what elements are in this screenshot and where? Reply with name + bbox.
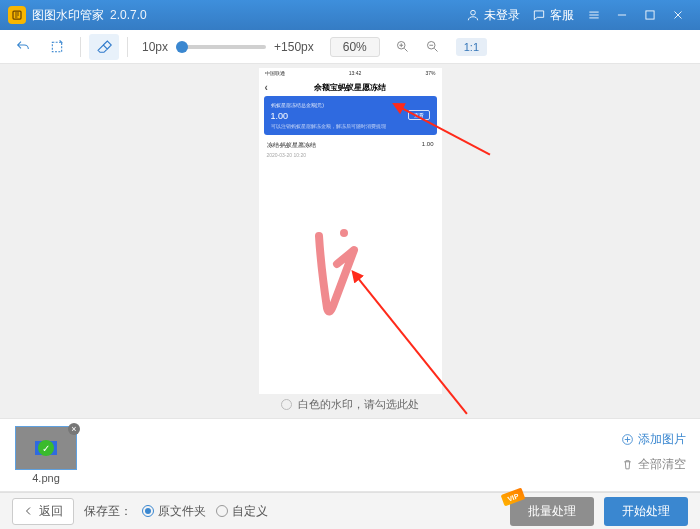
undo-button[interactable]	[8, 34, 38, 60]
phone-statusbar: 中国联通 13:42 37%	[259, 68, 442, 78]
batch-process-button[interactable]: VIP 批量处理	[510, 497, 594, 526]
maximize-icon[interactable]	[636, 0, 664, 30]
minimize-icon[interactable]	[608, 0, 636, 30]
card-subtitle: 蚂蚁星愿冻结总金额(元)	[271, 102, 430, 108]
status-battery: 37%	[425, 70, 435, 76]
clear-all-label: 全部清空	[638, 456, 686, 473]
phone-nav: ‹ 余额宝蚂蚁星愿冻结	[259, 78, 442, 96]
entry-date: 2020-03-20 10:20	[267, 152, 317, 158]
support-label: 客服	[550, 7, 574, 24]
phone-entry: 冻结-蚂蚁星愿冻结 2020-03-20 10:20 1.00	[259, 135, 442, 164]
back-button[interactable]: 返回	[12, 498, 74, 525]
save-to-label: 保存至：	[84, 503, 132, 520]
white-watermark-option[interactable]: 白色的水印，请勾选此处	[281, 397, 419, 412]
phone-card: 蚂蚁星愿冻结总金额(元) 1.00 可以注销蚂蚁星愿解冻金额，解冻后可随时消费提…	[264, 96, 437, 135]
preview-image[interactable]: 中国联通 13:42 37% ‹ 余额宝蚂蚁星愿冻结 蚂蚁星愿冻结总金额(元) …	[259, 68, 442, 394]
save-original-option[interactable]: 原文件夹	[142, 503, 206, 520]
app-title: 图图水印管家	[32, 7, 104, 24]
footer: 返回 保存至： 原文件夹 自定义 VIP 批量处理 开始处理	[0, 492, 700, 529]
titlebar: 图图水印管家 2.0.7.0 未登录 客服	[0, 0, 700, 30]
app-logo	[8, 6, 26, 24]
eraser-button[interactable]	[89, 34, 119, 60]
status-carrier: 中国联通	[265, 70, 285, 76]
phone-nav-title: 余额宝蚂蚁星愿冻结	[314, 82, 386, 93]
toolbar: 10px +150px 60% 1:1	[0, 30, 700, 64]
phone-back-icon: ‹	[265, 82, 268, 93]
add-image-button[interactable]: 添加图片	[621, 431, 686, 448]
back-label: 返回	[39, 503, 63, 520]
ratio-button[interactable]: 1:1	[456, 38, 487, 56]
opt-original-label: 原文件夹	[158, 503, 206, 520]
menu-icon[interactable]	[580, 0, 608, 30]
thumb-actions: 添加图片 全部清空	[621, 431, 686, 481]
svg-rect-2	[646, 11, 654, 19]
app-version: 2.0.7.0	[110, 8, 147, 22]
svg-rect-3	[52, 42, 61, 51]
white-watermark-radio[interactable]	[281, 399, 292, 410]
add-image-label: 添加图片	[638, 431, 686, 448]
card-amount: 1.00	[271, 111, 430, 121]
thumbnail-image[interactable]: ✓ ×	[15, 426, 77, 470]
thumbnail-check-icon: ✓	[38, 440, 54, 456]
opt-custom-label: 自定义	[232, 503, 268, 520]
thumbnail-item[interactable]: ✓ × 4.png	[12, 426, 80, 484]
login-label: 未登录	[484, 7, 520, 24]
thumbnail-filename: 4.png	[32, 472, 60, 484]
thumbnail-remove-icon[interactable]: ×	[68, 423, 80, 435]
brush-max-label: +150px	[274, 40, 314, 54]
login-button[interactable]: 未登录	[460, 0, 526, 30]
support-button[interactable]: 客服	[526, 0, 580, 30]
brush-size-control: 10px +150px	[142, 40, 314, 54]
zoom-value[interactable]: 60%	[330, 37, 380, 57]
status-time: 13:42	[349, 70, 362, 76]
crop-button[interactable]	[42, 34, 72, 60]
close-icon[interactable]	[664, 0, 692, 30]
start-process-button[interactable]: 开始处理	[604, 497, 688, 526]
brush-slider[interactable]	[176, 45, 266, 49]
brush-min-label: 10px	[142, 40, 168, 54]
canvas-area: 中国联通 13:42 37% ‹ 余额宝蚂蚁星愿冻结 蚂蚁星愿冻结总金额(元) …	[0, 64, 700, 418]
card-view-btn: 查看	[408, 110, 430, 120]
save-custom-option[interactable]: 自定义	[216, 503, 268, 520]
zoom-in-button[interactable]	[390, 34, 416, 60]
white-watermark-label: 白色的水印，请勾选此处	[298, 397, 419, 412]
zoom-out-button[interactable]	[420, 34, 446, 60]
entry-title: 冻结-蚂蚁星愿冻结	[267, 141, 317, 150]
svg-point-6	[340, 229, 348, 237]
entry-amount: 1.00	[422, 141, 434, 147]
start-label: 开始处理	[622, 504, 670, 518]
clear-all-button[interactable]: 全部清空	[621, 456, 686, 473]
thumbnail-strip: ✓ × 4.png 添加图片 全部清空	[0, 418, 700, 492]
card-desc: 可以注销蚂蚁星愿解冻金额，解冻后可随时消费提现	[271, 124, 430, 129]
batch-label: 批量处理	[528, 504, 576, 518]
svg-point-1	[471, 10, 476, 15]
